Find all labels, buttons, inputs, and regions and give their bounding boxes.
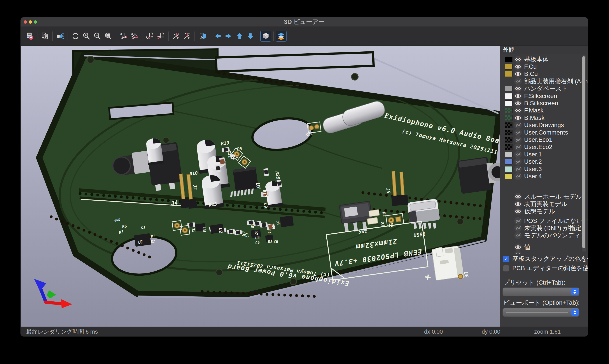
rotate-y-cw-button[interactable]: Y bbox=[144, 31, 155, 41]
flip-board-button[interactable] bbox=[197, 31, 208, 41]
viewport-stepper-icon[interactable] bbox=[571, 309, 579, 316]
layer-row: F.Silkscreen bbox=[500, 92, 588, 100]
visibility-eye-icon[interactable] bbox=[514, 70, 522, 78]
refresh-view-button[interactable] bbox=[70, 31, 81, 41]
layer-color-swatch[interactable] bbox=[505, 71, 513, 77]
layer-list-scrollbar[interactable] bbox=[582, 55, 586, 252]
pan-left-button[interactable] bbox=[212, 31, 223, 41]
use-pcb-copper-color-checkbox[interactable] bbox=[503, 265, 509, 272]
layer-row: User.3 bbox=[500, 165, 588, 173]
rotate-z-ccw-button[interactable]: Z bbox=[181, 31, 193, 41]
layer-color-swatch[interactable] bbox=[505, 137, 513, 143]
visibility-eye-icon[interactable] bbox=[514, 114, 522, 121]
designator-label: Q1 bbox=[268, 239, 273, 244]
layer-color-swatch[interactable] bbox=[505, 122, 513, 128]
visibility-eye-icon[interactable] bbox=[514, 251, 522, 254]
designator-label: U1 bbox=[138, 239, 143, 245]
use-stackup-colors-checkbox[interactable]: ✓ bbox=[503, 256, 509, 262]
pan-up-button[interactable] bbox=[234, 31, 245, 41]
visibility-eye-slash-icon[interactable] bbox=[514, 129, 522, 136]
rotate-z-cw-button[interactable]: Z bbox=[171, 31, 181, 41]
layer-color-swatch[interactable] bbox=[505, 100, 513, 106]
3d-viewport[interactable]: 21mmx32mm EEMB LP502030 +3.7V + bbox=[21, 46, 500, 327]
visibility-eye-slash-icon[interactable] bbox=[514, 78, 522, 85]
designator-label: R1 bbox=[151, 234, 155, 238]
designator-label: J5 bbox=[385, 187, 391, 194]
preset-label: プリセット (Ctrl+Tab): bbox=[503, 278, 565, 287]
layer-row: 部品実装用接着剤 (Adhe bbox=[500, 78, 588, 85]
visibility-eye-icon[interactable] bbox=[514, 100, 522, 107]
dx-status: dx 0.00 bbox=[424, 327, 443, 337]
status-bar: 最終レンダリング時間 6 ms dx 0.00 dy 0.00 zoom 1.6… bbox=[21, 326, 588, 337]
layer-color-swatch[interactable] bbox=[505, 166, 513, 172]
layer-color-swatch[interactable] bbox=[505, 173, 513, 179]
layer-color-swatch[interactable] bbox=[505, 64, 513, 70]
visibility-eye-icon[interactable] bbox=[514, 85, 522, 92]
layer-color-swatch[interactable] bbox=[505, 152, 513, 157]
visibility-eye-icon[interactable] bbox=[514, 63, 522, 70]
pan-right-button[interactable] bbox=[223, 31, 234, 41]
rotate-x-cw-button[interactable]: X bbox=[118, 31, 129, 41]
zoom-fit-button[interactable] bbox=[103, 31, 114, 41]
visibility-eye-icon[interactable] bbox=[514, 193, 522, 200]
visibility-eye-slash-icon[interactable] bbox=[514, 122, 522, 129]
layer-row: モデルのバウンディング bbox=[500, 232, 588, 239]
pan-down-button[interactable] bbox=[245, 31, 256, 41]
layer-label: スルーホール モデル bbox=[524, 193, 582, 200]
visibility-eye-icon[interactable] bbox=[514, 200, 522, 208]
layer-label: User.1 bbox=[524, 151, 542, 158]
preset-select[interactable] bbox=[503, 287, 580, 296]
zoom-out-button[interactable] bbox=[92, 31, 103, 41]
visibility-eye-slash-icon[interactable] bbox=[514, 136, 522, 143]
appearance-layers-button[interactable] bbox=[276, 31, 286, 41]
main-area: 21mmx32mm EEMB LP502030 +3.7V + bbox=[21, 46, 588, 327]
orthographic-projection-button[interactable] bbox=[260, 31, 271, 41]
visibility-eye-slash-icon[interactable] bbox=[514, 224, 522, 232]
layer-color-swatch[interactable] bbox=[505, 57, 513, 62]
export-image-button[interactable] bbox=[24, 31, 35, 41]
svg-text:X: X bbox=[120, 32, 122, 35]
copy-button[interactable] bbox=[39, 31, 50, 41]
zoom-in-button[interactable] bbox=[81, 31, 92, 41]
designator-label: C6 bbox=[273, 239, 278, 244]
layer-label: User.Eco2 bbox=[524, 143, 552, 151]
layer-color-swatch[interactable] bbox=[505, 93, 513, 99]
layer-row: POS ファイルにないモデ bbox=[500, 217, 588, 224]
rotate-x-ccw-button[interactable]: X bbox=[129, 31, 140, 41]
visibility-eye-icon[interactable] bbox=[514, 208, 522, 215]
visibility-eye-icon[interactable] bbox=[514, 244, 522, 251]
rotate-y-ccw-button[interactable]: Y bbox=[155, 31, 166, 41]
designator-label: C1 bbox=[141, 225, 146, 230]
rotate-x-cw-icon: X bbox=[119, 32, 128, 40]
viewport-select[interactable] bbox=[503, 308, 580, 317]
visibility-eye-icon[interactable] bbox=[514, 92, 522, 100]
appearance-panel-title: 外観 bbox=[500, 46, 588, 54]
preset-stepper-icon[interactable] bbox=[571, 288, 579, 295]
visibility-eye-slash-icon[interactable] bbox=[514, 165, 522, 173]
layer-color-swatch[interactable] bbox=[505, 115, 513, 121]
visibility-eye-slash-icon[interactable] bbox=[514, 217, 522, 224]
visibility-eye-slash-icon[interactable] bbox=[514, 151, 522, 158]
designator-label: U4 bbox=[255, 235, 260, 240]
orthographic-projection-icon bbox=[262, 32, 270, 40]
designator-label: R3 bbox=[118, 230, 124, 235]
visibility-eye-slash-icon[interactable] bbox=[514, 143, 522, 151]
designator-label: U7 bbox=[255, 182, 261, 189]
toolbar-separator bbox=[37, 31, 38, 41]
layer-color-swatch[interactable] bbox=[505, 108, 513, 113]
layer-color-swatch[interactable] bbox=[505, 86, 513, 91]
layer-color-swatch[interactable] bbox=[505, 144, 513, 150]
layer-color-swatch[interactable] bbox=[505, 130, 513, 135]
designator-label: U3 bbox=[202, 227, 207, 233]
visibility-eye-slash-icon[interactable] bbox=[514, 232, 522, 239]
visibility-eye-icon[interactable] bbox=[514, 107, 522, 114]
designator-label: J2 bbox=[192, 184, 198, 190]
layer-row: User.4 bbox=[500, 173, 588, 180]
visibility-eye-slash-icon[interactable] bbox=[514, 173, 522, 180]
visibility-eye-slash-icon[interactable] bbox=[514, 158, 522, 165]
layer-color-swatch[interactable] bbox=[505, 159, 513, 165]
designator-label: J3 bbox=[191, 227, 196, 233]
visibility-eye-icon[interactable] bbox=[514, 56, 522, 63]
designator-label: R2 bbox=[151, 239, 155, 244]
render-view-button[interactable] bbox=[55, 31, 66, 41]
